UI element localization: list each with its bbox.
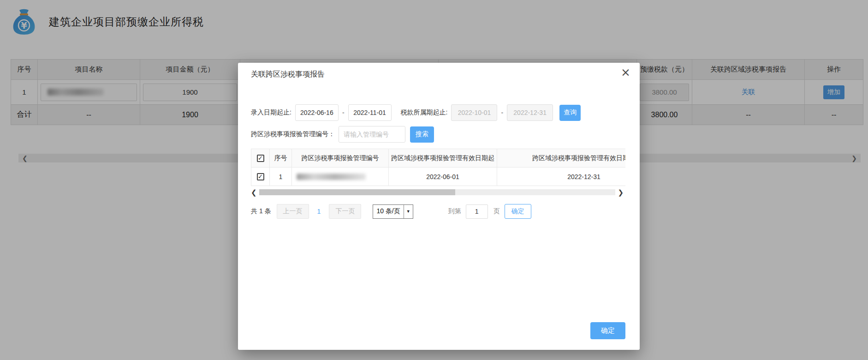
report-table-scrollbar[interactable]: ❮ ❯ <box>251 188 624 196</box>
query-button[interactable]: 查询 <box>559 105 581 121</box>
report-table-viewport: ✓ 序号 跨区涉税事项报验管理编号 跨区域涉税事项报验管理有效日期起 跨区域涉税… <box>251 149 625 186</box>
tax-period-to-input: 2022-12-31 <box>507 104 553 121</box>
current-page-number[interactable]: 1 <box>317 208 321 215</box>
report-row: ✓ 1 2022-06-01 2022-12-31 <box>251 168 626 186</box>
table-scroll-right-icon[interactable]: ❯ <box>618 189 624 196</box>
entry-date-from-input[interactable]: 2022-06-16 <box>295 104 339 121</box>
report-col-valid-from: 跨区域涉税事项报验管理有效日期起 <box>389 149 497 168</box>
report-row-index: 1 <box>270 168 292 186</box>
page-unit-label: 页 <box>493 207 500 216</box>
page-size-value: 10 条/页 <box>373 205 403 218</box>
tax-period-label: 税款所属期起止: <box>401 108 448 117</box>
goto-confirm-button[interactable]: 确定 <box>505 204 531 219</box>
select-all-checkbox[interactable]: ✓ <box>257 155 264 162</box>
modal-title: 关联跨区涉税事项报告 <box>251 70 325 79</box>
row-checkbox[interactable]: ✓ <box>257 173 264 180</box>
report-valid-to: 2022-12-31 <box>497 168 626 186</box>
table-scroll-left-icon[interactable]: ❮ <box>251 189 257 196</box>
report-col-valid-to: 跨区域涉税事项报验管理有效日期止 <box>497 149 626 168</box>
mgmt-no-filter-row: 跨区涉税事项报验管理编号： 搜索 <box>251 126 434 143</box>
date-filter-row: 录入日期起止: 2022-06-16 - 2022-11-01 税款所属期起止:… <box>251 104 581 121</box>
goto-page-input[interactable]: 1 <box>466 204 488 219</box>
report-col-mgmt-no: 跨区涉税事项报验管理编号 <box>292 149 389 168</box>
date-range-separator-2: - <box>501 109 503 116</box>
report-table-header-row: ✓ 序号 跨区涉税事项报验管理编号 跨区域涉税事项报验管理有效日期起 跨区域涉税… <box>251 149 626 168</box>
entry-date-label: 录入日期起止: <box>251 108 291 117</box>
total-count-text: 共 1 条 <box>251 207 271 216</box>
mgmt-no-redacted-blur <box>297 174 366 180</box>
mgmt-no-label: 跨区涉税事项报验管理编号： <box>251 130 335 138</box>
select-arrow-icon: ▼ <box>404 205 413 218</box>
report-valid-from: 2022-06-01 <box>389 168 497 186</box>
prev-page-button[interactable]: 上一页 <box>277 204 309 219</box>
date-range-separator: - <box>342 109 345 116</box>
pagination-bar: 共 1 条 上一页 1 下一页 10 条/页 ▼ 到第 1 页 确定 <box>251 204 531 219</box>
report-col-index: 序号 <box>270 149 292 168</box>
page-size-select[interactable]: 10 条/页 ▼ <box>373 204 413 219</box>
entry-date-to-input[interactable]: 2022-11-01 <box>348 104 392 121</box>
next-page-button[interactable]: 下一页 <box>329 204 361 219</box>
associate-report-modal: 关联跨区涉税事项报告 × 录入日期起止: 2022-06-16 - 2022-1… <box>238 63 640 350</box>
search-button[interactable]: 搜索 <box>410 126 434 143</box>
tax-period-from-input: 2022-10-01 <box>451 104 497 121</box>
goto-page-label: 到第 <box>448 207 461 216</box>
report-table: ✓ 序号 跨区涉税事项报验管理编号 跨区域涉税事项报验管理有效日期起 跨区域涉税… <box>251 149 625 186</box>
mgmt-no-input[interactable] <box>339 126 405 143</box>
scrollbar-thumb[interactable] <box>259 189 455 195</box>
close-icon[interactable]: × <box>621 66 630 78</box>
scrollbar-track[interactable] <box>259 189 616 195</box>
modal-confirm-button[interactable]: 确定 <box>590 322 625 339</box>
